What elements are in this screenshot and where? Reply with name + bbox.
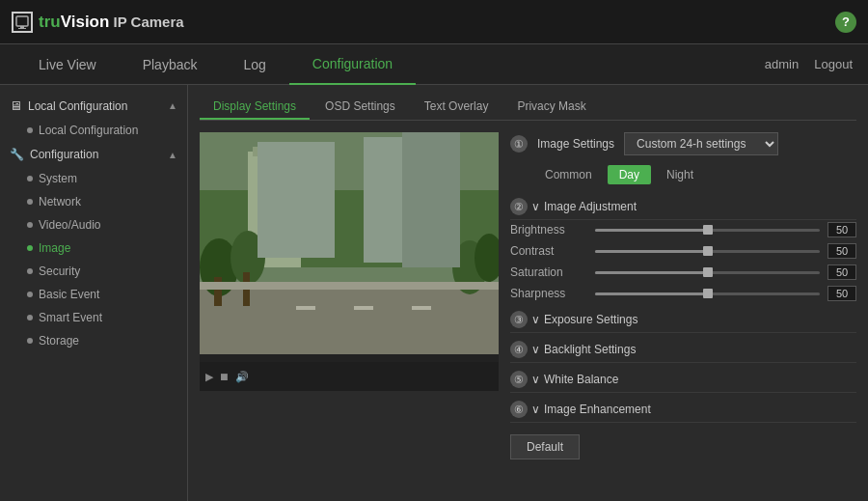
dot-icon <box>27 292 33 297</box>
contrast-fill <box>595 250 708 253</box>
chevron-up-icon-2: ▲ <box>168 150 177 160</box>
sidebar-item-label: Video/Audio <box>39 218 101 232</box>
dot-icon <box>27 176 33 181</box>
sidebar-item-image[interactable]: Image <box>0 237 187 260</box>
contrast-slider-track[interactable] <box>595 250 820 253</box>
sidebar-item-network[interactable]: Network <box>0 190 187 213</box>
nav-item-configuration[interactable]: Configuration <box>289 44 416 85</box>
image-enhancement-header[interactable]: ⑥ ∨ Image Enhancement <box>510 397 856 423</box>
tab-privacy-mask[interactable]: Privacy Mask <box>503 95 599 120</box>
saturation-label: Saturation <box>510 265 587 279</box>
circle-num-4: ④ <box>510 341 528 358</box>
chevron-up-icon: ▲ <box>168 100 177 111</box>
logo-text: truVision IP Camera <box>39 12 184 32</box>
default-button[interactable]: Default <box>510 434 580 459</box>
sidebar-item-label: System <box>39 172 77 185</box>
sharpness-fill <box>595 292 708 295</box>
svg-rect-2 <box>18 28 26 29</box>
dot-icon <box>27 338 33 344</box>
chevron-right-icon-3: ∨ <box>531 373 540 386</box>
svg-rect-1 <box>20 26 24 28</box>
sidebar-item-storage[interactable]: Storage <box>0 329 187 352</box>
sidebar-item-label: Basic Event <box>39 288 99 301</box>
nav-item-playback[interactable]: Playback <box>120 44 221 85</box>
main-content: 🖥 Local Configuration ▲ Local Configurat… <box>0 85 868 501</box>
logo-icon <box>12 12 33 33</box>
sidebar-section-local-config[interactable]: 🖥 Local Configuration ▲ <box>0 93 187 119</box>
mode-tabs: Common Day Night <box>510 165 856 184</box>
svg-rect-11 <box>354 306 373 310</box>
chevron-right-icon-4: ∨ <box>531 403 540 416</box>
sidebar-item-label: Local Configuration <box>39 124 138 137</box>
chevron-down-icon: ∨ <box>531 200 540 213</box>
preview-bar <box>200 354 499 362</box>
exposure-label: Exposure Settings <box>544 313 637 326</box>
username-label: admin <box>765 57 799 71</box>
svg-rect-12 <box>412 306 431 310</box>
svg-rect-8 <box>421 161 460 258</box>
sharpness-value[interactable] <box>827 286 856 301</box>
sidebar-item-label: Image <box>39 241 70 255</box>
settings-panel: ① Image Settings Custom 24-h settings Da… <box>510 132 856 459</box>
chevron-right-icon: ∨ <box>531 313 540 326</box>
contrast-label: Contrast <box>510 244 587 258</box>
nav-item-log[interactable]: Log <box>220 44 288 85</box>
play-icon[interactable]: ▶ <box>205 371 213 383</box>
backlight-section: ④ ∨ Backlight Settings <box>510 337 856 363</box>
stop-icon[interactable]: ⏹ <box>219 371 230 382</box>
backlight-header[interactable]: ④ ∨ Backlight Settings <box>510 337 856 363</box>
help-button[interactable]: ? <box>835 12 856 33</box>
sidebar-item-local-configuration[interactable]: Local Configuration <box>0 119 187 142</box>
sidebar-item-label: Network <box>39 195 81 209</box>
sidebar-section-label-config: Configuration <box>30 148 98 161</box>
mode-tab-day[interactable]: Day <box>608 165 651 184</box>
sidebar-item-smart-event[interactable]: Smart Event <box>0 306 187 329</box>
sidebar-item-video-audio[interactable]: Video/Audio <box>0 213 187 237</box>
contrast-thumb[interactable] <box>703 246 713 256</box>
sharpness-slider-track[interactable] <box>595 292 820 295</box>
mode-tab-common[interactable]: Common <box>533 165 604 184</box>
white-balance-header[interactable]: ⑤ ∨ White Balance <box>510 367 856 393</box>
sidebar-section-config[interactable]: 🔧 Configuration ▲ <box>0 142 187 167</box>
tab-display-settings[interactable]: Display Settings <box>200 95 310 120</box>
camera-scene-svg <box>200 132 499 354</box>
brightness-row: Brightness <box>510 222 856 237</box>
preview-controls: ▶ ⏹ 🔊 <box>200 362 499 391</box>
tab-text-overlay[interactable]: Text Overlay <box>411 95 502 120</box>
tab-osd-settings[interactable]: OSD Settings <box>312 95 409 120</box>
sidebar-item-system[interactable]: System <box>0 167 187 190</box>
saturation-value[interactable] <box>827 264 856 280</box>
sidebar-item-label: Smart Event <box>39 311 102 324</box>
header: truVision IP Camera ? <box>0 0 868 44</box>
image-adjustment-header[interactable]: ② ∨ Image Adjustment <box>510 194 856 220</box>
sidebar-item-basic-event[interactable]: Basic Event <box>0 283 187 306</box>
exposure-header[interactable]: ③ ∨ Exposure Settings <box>510 307 856 333</box>
contrast-value[interactable] <box>827 243 856 259</box>
contrast-row: Contrast <box>510 243 856 259</box>
image-settings-dropdown[interactable]: Custom 24-h settings Day settings Night … <box>624 132 778 155</box>
brightness-slider-track[interactable] <box>595 229 820 232</box>
saturation-slider-track[interactable] <box>595 271 820 274</box>
dot-icon-active <box>27 245 33 251</box>
brightness-label: Brightness <box>510 223 587 237</box>
backlight-label: Backlight Settings <box>544 343 636 356</box>
saturation-row: Saturation <box>510 264 856 280</box>
volume-icon[interactable]: 🔊 <box>235 371 249 383</box>
mode-tab-night[interactable]: Night <box>655 165 705 184</box>
display-settings-body: ▶ ⏹ 🔊 ① Image Settings Custom 24-h setti… <box>200 132 856 459</box>
nav-item-live-view[interactable]: Live View <box>15 44 120 85</box>
saturation-thumb[interactable] <box>703 267 713 277</box>
sidebar: 🖥 Local Configuration ▲ Local Configurat… <box>0 85 188 501</box>
image-adjustment-section: ② ∨ Image Adjustment Brightness <box>510 194 856 301</box>
white-balance-label: White Balance <box>544 373 618 386</box>
logout-button[interactable]: Logout <box>814 57 853 71</box>
brightness-value[interactable] <box>827 222 856 237</box>
sidebar-item-security[interactable]: Security <box>0 260 187 283</box>
nav-user: admin Logout <box>765 57 853 71</box>
brightness-thumb[interactable] <box>703 225 713 235</box>
sharpness-row: Sharpness <box>510 286 856 301</box>
dot-icon <box>27 315 33 320</box>
sharpness-thumb[interactable] <box>703 289 713 298</box>
wrench-icon: 🔧 <box>10 148 24 161</box>
dot-icon <box>27 268 33 274</box>
